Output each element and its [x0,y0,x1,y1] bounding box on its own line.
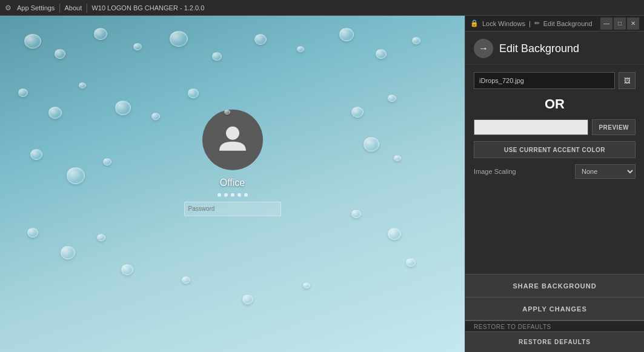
water-drop [79,82,86,88]
app-window: ⚙ App Settings | About | W10 LOGON BG CH… [0,0,644,352]
file-path-input[interactable] [474,72,615,89]
water-drop [388,95,396,102]
lock-icon: 🔒 [470,19,479,27]
spacer [474,185,636,267]
water-drop [412,37,420,44]
water-drop [94,28,107,40]
dot-5 [244,193,248,196]
water-drop [224,110,230,115]
bottom-buttons: SHARE BACKGROUND APPLY CHANGES RESTORE T… [465,274,644,352]
water-drop [151,113,160,120]
water-drop [212,52,222,61]
preview-panel: Office [0,16,465,352]
right-header: → Edit Background [465,32,644,65]
water-drop [351,210,361,218]
water-drop [297,46,304,52]
dot-4 [237,193,241,196]
water-drop [97,234,105,241]
edit-background-title-text: Edit Background [543,20,593,27]
user-icon [217,121,248,158]
file-browse-button[interactable]: 🖼 [619,72,636,89]
svg-point-0 [226,126,239,139]
water-drop [27,228,38,237]
color-preview-row: PREVIEW [474,119,636,135]
scaling-label: Image Scaling [474,168,516,175]
sep2: | [85,2,88,13]
title-sep: | [529,20,531,27]
right-panel-title: Edit Background [499,42,579,55]
app-icon: ⚙ [5,4,13,12]
water-drop [388,228,401,240]
restore-label: RESTORE TO DEFAULTS [465,321,644,331]
water-drop [188,88,199,98]
maximize-button[interactable]: □ [614,18,626,30]
water-drop [121,264,133,275]
preview-button[interactable]: PREVIEW [592,119,636,135]
water-drop [48,107,62,119]
water-drop [170,31,188,47]
restore-section: RESTORE TO DEFAULTS RESTORE DEFAULTS [465,320,644,352]
scaling-select[interactable]: NoneFillFitStretchTileCenter [575,164,636,179]
water-drop [182,276,190,284]
water-drop [242,294,253,304]
water-drop [303,282,310,288]
edit-pencil-icon: ✏ [534,19,540,27]
close-button[interactable]: ✕ [627,18,639,30]
water-drop [24,34,41,48]
water-drop [351,107,363,118]
dot-2 [224,193,228,196]
water-drop [406,258,416,267]
right-title-bar-left: 🔒 Lock Windows | ✏ Edit Background [470,19,600,27]
water-drop [376,49,387,59]
password-input[interactable] [184,201,281,216]
water-drop [30,149,42,160]
avatar-circle [202,109,263,170]
accent-color-button[interactable]: USE CURRENT ACCENT COLOR [474,141,636,158]
lock-windows-text: Lock Windows [482,20,525,27]
window-controls: — □ ✕ [600,18,639,30]
right-title-bar: 🔒 Lock Windows | ✏ Edit Background — □ ✕ [465,16,644,32]
about-link[interactable]: About [65,4,82,12]
water-drop [254,34,267,45]
water-drop [61,246,75,259]
water-drop [339,28,354,41]
scaling-row: Image Scaling NoneFillFitStretchTileCent… [474,164,636,179]
or-label: OR [474,96,636,112]
water-drop [18,88,28,97]
user-name: Office [220,177,245,188]
app-settings-link[interactable]: App Settings [17,4,55,12]
back-button[interactable]: → [474,39,493,58]
dot-1 [217,193,221,196]
user-avatar: Office [184,109,281,216]
apply-changes-button[interactable]: APPLY CHANGES [465,297,644,320]
right-panel: 🔒 Lock Windows | ✏ Edit Background — □ ✕… [465,16,644,352]
dot-3 [231,193,234,196]
right-body: 🖼 OR PREVIEW USE CURRENT ACCENT COLOR Im… [465,65,644,274]
water-drop [394,155,401,161]
water-drop [115,101,131,115]
app-title: W10 LOGON BG CHANGER - 1.2.0.0 [91,4,204,12]
sep1: | [58,2,61,13]
login-dots [217,193,248,196]
minimize-button[interactable]: — [600,18,612,30]
share-background-button[interactable]: SHARE BACKGROUND [465,274,644,297]
title-bar: ⚙ App Settings | About | W10 LOGON BG CH… [0,0,644,16]
water-drop [67,167,85,184]
file-input-row: 🖼 [474,72,636,89]
water-drop [363,137,379,151]
water-drop [133,43,142,50]
color-swatch[interactable] [474,119,588,135]
main-content: Office 🔒 Lock Windows | ✏ [0,16,644,352]
water-drop [55,49,65,59]
water-drop [103,158,111,165]
restore-defaults-button[interactable]: RESTORE DEFAULTS [465,331,644,352]
